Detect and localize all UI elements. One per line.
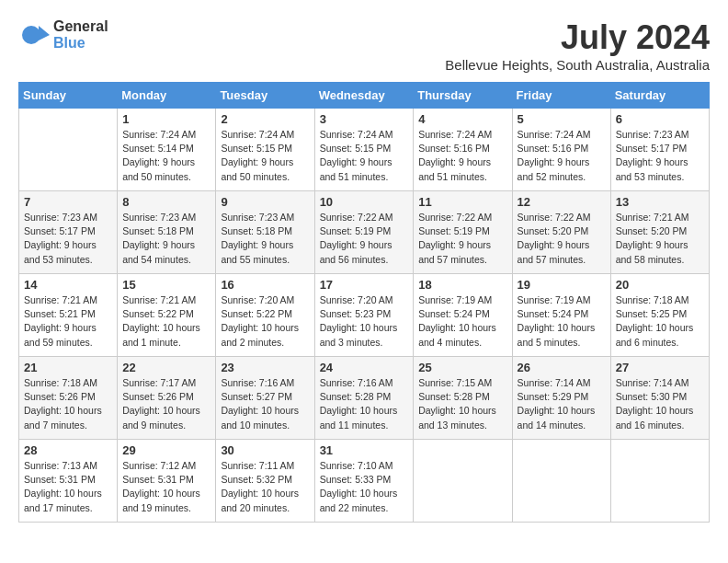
day-info: Sunrise: 7:14 AM Sunset: 5:30 PM Dayligh… xyxy=(616,376,704,432)
day-info: Sunrise: 7:19 AM Sunset: 5:24 PM Dayligh… xyxy=(418,293,506,350)
month-title: July 2024 xyxy=(445,18,710,57)
day-info: Sunrise: 7:20 AM Sunset: 5:23 PM Dayligh… xyxy=(320,293,409,350)
day-number: 21 xyxy=(24,361,112,374)
day-number: 9 xyxy=(221,195,309,209)
calendar-cell: 28Sunrise: 7:13 AM Sunset: 5:31 PM Dayli… xyxy=(19,440,118,523)
calendar-cell xyxy=(414,440,512,523)
day-info: Sunrise: 7:24 AM Sunset: 5:14 PM Dayligh… xyxy=(122,128,210,184)
calendar-cell: 11Sunrise: 7:22 AM Sunset: 5:19 PM Dayli… xyxy=(414,191,512,274)
day-info: Sunrise: 7:16 AM Sunset: 5:28 PM Dayligh… xyxy=(320,376,409,432)
day-number: 17 xyxy=(320,278,409,292)
calendar-cell: 31Sunrise: 7:10 AM Sunset: 5:33 PM Dayli… xyxy=(314,440,414,523)
calendar-cell: 21Sunrise: 7:18 AM Sunset: 5:26 PM Dayli… xyxy=(19,357,118,440)
calendar-cell: 27Sunrise: 7:14 AM Sunset: 5:30 PM Dayli… xyxy=(610,357,709,440)
calendar-cell xyxy=(19,109,118,191)
day-info: Sunrise: 7:23 AM Sunset: 5:18 PM Dayligh… xyxy=(122,211,210,267)
day-info: Sunrise: 7:21 AM Sunset: 5:21 PM Dayligh… xyxy=(24,293,112,350)
location-title: Bellevue Heights, South Australia, Austr… xyxy=(445,57,710,73)
title-area: July 2024 Bellevue Heights, South Austra… xyxy=(445,18,710,73)
calendar-cell: 22Sunrise: 7:17 AM Sunset: 5:26 PM Dayli… xyxy=(118,357,216,440)
calendar-cell: 8Sunrise: 7:23 AM Sunset: 5:18 PM Daylig… xyxy=(118,191,216,274)
day-number: 22 xyxy=(122,361,210,374)
col-header-friday: Friday xyxy=(512,83,610,109)
day-info: Sunrise: 7:13 AM Sunset: 5:31 PM Dayligh… xyxy=(24,459,112,515)
day-number: 8 xyxy=(122,195,210,209)
calendar-cell: 29Sunrise: 7:12 AM Sunset: 5:31 PM Dayli… xyxy=(118,440,216,523)
day-info: Sunrise: 7:23 AM Sunset: 5:17 PM Dayligh… xyxy=(616,128,704,184)
calendar-cell: 18Sunrise: 7:19 AM Sunset: 5:24 PM Dayli… xyxy=(414,274,512,357)
day-info: Sunrise: 7:21 AM Sunset: 5:22 PM Dayligh… xyxy=(122,293,210,350)
calendar-week-5: 28Sunrise: 7:13 AM Sunset: 5:31 PM Dayli… xyxy=(19,440,710,523)
day-info: Sunrise: 7:17 AM Sunset: 5:26 PM Dayligh… xyxy=(122,376,210,432)
calendar-cell: 3Sunrise: 7:24 AM Sunset: 5:15 PM Daylig… xyxy=(314,109,414,191)
day-info: Sunrise: 7:21 AM Sunset: 5:20 PM Dayligh… xyxy=(616,211,704,267)
day-number: 10 xyxy=(320,195,409,209)
calendar-week-1: 1Sunrise: 7:24 AM Sunset: 5:14 PM Daylig… xyxy=(19,109,710,191)
day-info: Sunrise: 7:11 AM Sunset: 5:32 PM Dayligh… xyxy=(221,459,309,515)
day-number: 5 xyxy=(518,112,606,126)
calendar-cell: 13Sunrise: 7:21 AM Sunset: 5:20 PM Dayli… xyxy=(610,191,709,274)
calendar-table: SundayMondayTuesdayWednesdayThursdayFrid… xyxy=(18,82,710,523)
calendar-cell xyxy=(512,440,610,523)
logo-blue: Blue xyxy=(53,35,108,52)
day-number: 15 xyxy=(122,278,210,292)
calendar-cell: 30Sunrise: 7:11 AM Sunset: 5:32 PM Dayli… xyxy=(216,440,314,523)
day-number: 7 xyxy=(24,195,112,209)
calendar-cell: 14Sunrise: 7:21 AM Sunset: 5:21 PM Dayli… xyxy=(19,274,118,357)
day-info: Sunrise: 7:18 AM Sunset: 5:26 PM Dayligh… xyxy=(24,376,112,432)
svg-point-0 xyxy=(22,26,40,44)
calendar-cell: 19Sunrise: 7:19 AM Sunset: 5:24 PM Dayli… xyxy=(512,274,610,357)
col-header-tuesday: Tuesday xyxy=(216,83,314,109)
col-header-sunday: Sunday xyxy=(19,83,118,109)
calendar-cell: 2Sunrise: 7:24 AM Sunset: 5:15 PM Daylig… xyxy=(216,109,314,191)
calendar-cell: 16Sunrise: 7:20 AM Sunset: 5:22 PM Dayli… xyxy=(216,274,314,357)
calendar-cell: 20Sunrise: 7:18 AM Sunset: 5:25 PM Dayli… xyxy=(610,274,709,357)
day-number: 28 xyxy=(24,443,112,457)
day-info: Sunrise: 7:22 AM Sunset: 5:19 PM Dayligh… xyxy=(418,211,506,267)
day-info: Sunrise: 7:23 AM Sunset: 5:17 PM Dayligh… xyxy=(24,211,112,267)
day-number: 27 xyxy=(616,361,704,374)
calendar-week-4: 21Sunrise: 7:18 AM Sunset: 5:26 PM Dayli… xyxy=(19,357,710,440)
day-number: 4 xyxy=(418,112,506,126)
col-header-monday: Monday xyxy=(118,83,216,109)
logo-general: General xyxy=(53,18,108,35)
calendar-cell: 25Sunrise: 7:15 AM Sunset: 5:28 PM Dayli… xyxy=(414,357,512,440)
day-number: 29 xyxy=(122,443,210,457)
day-info: Sunrise: 7:24 AM Sunset: 5:16 PM Dayligh… xyxy=(518,128,606,184)
col-header-thursday: Thursday xyxy=(414,83,512,109)
day-info: Sunrise: 7:23 AM Sunset: 5:18 PM Dayligh… xyxy=(221,211,309,267)
day-number: 26 xyxy=(518,361,606,374)
calendar-cell: 15Sunrise: 7:21 AM Sunset: 5:22 PM Dayli… xyxy=(118,274,216,357)
day-number: 6 xyxy=(616,112,704,126)
col-header-wednesday: Wednesday xyxy=(314,83,414,109)
day-number: 30 xyxy=(221,443,309,457)
day-info: Sunrise: 7:14 AM Sunset: 5:29 PM Dayligh… xyxy=(518,376,606,432)
calendar-cell: 7Sunrise: 7:23 AM Sunset: 5:17 PM Daylig… xyxy=(19,191,118,274)
calendar-cell: 9Sunrise: 7:23 AM Sunset: 5:18 PM Daylig… xyxy=(216,191,314,274)
calendar-week-3: 14Sunrise: 7:21 AM Sunset: 5:21 PM Dayli… xyxy=(19,274,710,357)
day-number: 3 xyxy=(320,112,409,126)
calendar-cell: 23Sunrise: 7:16 AM Sunset: 5:27 PM Dayli… xyxy=(216,357,314,440)
day-number: 18 xyxy=(418,278,506,292)
col-header-saturday: Saturday xyxy=(610,83,709,109)
page-header: General Blue July 2024 Bellevue Heights,… xyxy=(18,18,710,73)
calendar-cell: 10Sunrise: 7:22 AM Sunset: 5:19 PM Dayli… xyxy=(314,191,414,274)
calendar-cell: 4Sunrise: 7:24 AM Sunset: 5:16 PM Daylig… xyxy=(414,109,512,191)
calendar-cell: 26Sunrise: 7:14 AM Sunset: 5:29 PM Dayli… xyxy=(512,357,610,440)
logo: General Blue xyxy=(18,18,108,52)
day-info: Sunrise: 7:19 AM Sunset: 5:24 PM Dayligh… xyxy=(518,293,606,350)
day-info: Sunrise: 7:12 AM Sunset: 5:31 PM Dayligh… xyxy=(122,459,210,515)
svg-marker-1 xyxy=(39,26,50,40)
day-info: Sunrise: 7:15 AM Sunset: 5:28 PM Dayligh… xyxy=(418,376,506,432)
day-number: 24 xyxy=(320,361,409,374)
day-info: Sunrise: 7:24 AM Sunset: 5:15 PM Dayligh… xyxy=(221,128,309,184)
calendar-cell: 6Sunrise: 7:23 AM Sunset: 5:17 PM Daylig… xyxy=(610,109,709,191)
calendar-cell: 1Sunrise: 7:24 AM Sunset: 5:14 PM Daylig… xyxy=(118,109,216,191)
day-info: Sunrise: 7:20 AM Sunset: 5:22 PM Dayligh… xyxy=(221,293,309,350)
calendar-week-2: 7Sunrise: 7:23 AM Sunset: 5:17 PM Daylig… xyxy=(19,191,710,274)
day-number: 25 xyxy=(418,361,506,374)
day-info: Sunrise: 7:24 AM Sunset: 5:16 PM Dayligh… xyxy=(418,128,506,184)
day-number: 23 xyxy=(221,361,309,374)
calendar-cell: 5Sunrise: 7:24 AM Sunset: 5:16 PM Daylig… xyxy=(512,109,610,191)
day-info: Sunrise: 7:24 AM Sunset: 5:15 PM Dayligh… xyxy=(320,128,409,184)
